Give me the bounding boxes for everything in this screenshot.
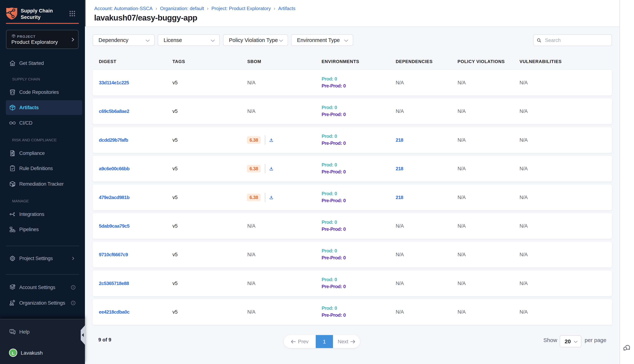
svg-text:?: ? <box>11 329 13 332</box>
